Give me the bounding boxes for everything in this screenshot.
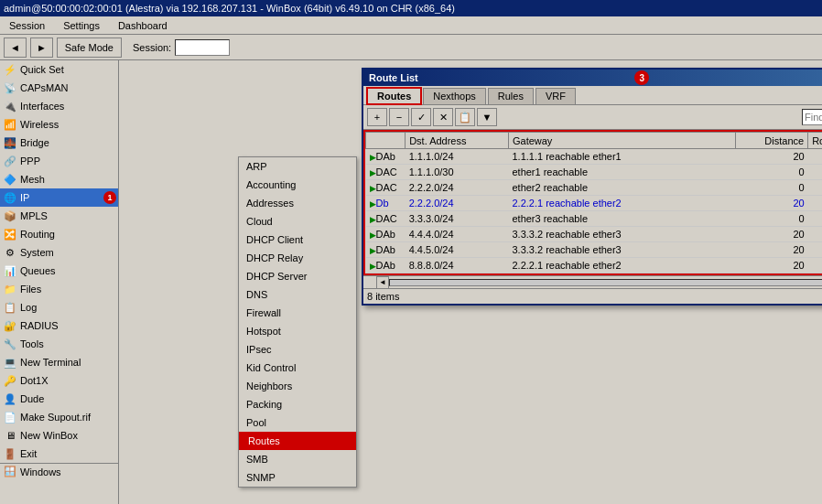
submenu-addresses[interactable]: Addresses <box>239 194 356 212</box>
capsman-icon: 📡 <box>4 81 16 94</box>
add-button[interactable]: + <box>367 108 387 126</box>
sidebar-item-files[interactable]: 📁 Files <box>0 280 118 298</box>
table-row[interactable]: ▶DAC 2.2.2.0/24 ether2 reachable 0 <box>366 180 823 196</box>
col-distance[interactable]: Distance <box>736 133 808 149</box>
sidebar-item-makesupout[interactable]: 📄 Make Supout.rif <box>0 408 118 426</box>
sidebar-item-dot1x[interactable]: 🔑 Dot1X <box>0 371 118 390</box>
menu-dashboard[interactable]: Dashboard <box>113 18 173 33</box>
horizontal-scrollbar[interactable]: ◄ ► <box>363 275 822 288</box>
sidebar-item-mesh[interactable]: 🔷 Mesh <box>0 170 118 188</box>
submenu-smb[interactable]: SMB <box>239 450 356 468</box>
table-row[interactable]: ▶DAb 4.4.4.0/24 3.3.3.2 reachable ether3… <box>366 227 823 242</box>
submenu-dhcpserver[interactable]: DHCP Server <box>239 267 356 285</box>
sidebar-item-interfaces[interactable]: 🔌 Interfaces <box>0 97 118 115</box>
table-row[interactable]: ▶Db 2.2.2.0/24 2.2.2.1 reachable ether2 … <box>366 196 823 211</box>
sidebar-item-windows[interactable]: 🪟 Windows <box>0 463 118 479</box>
cell-type: ▶DAb <box>366 258 406 273</box>
sidebar-label-mesh: Mesh <box>20 174 45 185</box>
col-gateway[interactable]: Gateway <box>508 133 735 149</box>
forward-button[interactable]: ► <box>30 38 53 58</box>
sidebar-item-log[interactable]: 📋 Log <box>0 298 118 316</box>
table-row[interactable]: ▶DAb 4.4.5.0/24 3.3.3.2 reachable ether3… <box>366 242 823 258</box>
sidebar-label-dot1x: Dot1X <box>20 375 49 386</box>
submenu-pool[interactable]: Pool <box>239 413 356 432</box>
scroll-track[interactable] <box>389 279 822 286</box>
sidebar-item-capsman[interactable]: 📡 CAPsMAN <box>0 79 118 97</box>
submenu-snmp[interactable]: SNMP <box>239 468 356 487</box>
system-icon: ⚙ <box>4 246 16 259</box>
sidebar-label-wireless: Wireless <box>20 119 59 130</box>
safe-mode-button[interactable]: Safe Mode <box>57 38 122 58</box>
row-arrow: ▶ <box>370 199 376 209</box>
submenu-arp[interactable]: ARP <box>239 157 356 176</box>
session-input[interactable] <box>175 39 230 56</box>
tab-nexthops[interactable]: Nexthops <box>423 88 485 104</box>
sidebar-item-routing[interactable]: 🔀 Routing <box>0 225 118 243</box>
tab-routes[interactable]: Routes <box>367 88 421 104</box>
table-row[interactable]: ▶DAb 8.8.8.0/24 2.2.2.1 reachable ether2… <box>366 258 823 273</box>
content-area: ARP Accounting Addresses Cloud DHCP Clie… <box>119 60 822 504</box>
sidebar-label-ppp: PPP <box>20 155 40 166</box>
sidebar-item-ppp[interactable]: 🔗 PPP <box>0 152 118 170</box>
enable-button[interactable]: ✓ <box>411 108 431 126</box>
cell-gateway: 2.2.2.1 reachable ether2 <box>508 258 735 273</box>
cell-gateway: ether3 reachable <box>508 211 735 227</box>
sidebar-label-system: System <box>20 247 54 258</box>
remove-button[interactable]: − <box>389 108 409 126</box>
col-routingmark[interactable]: Routing Mark <box>808 133 822 149</box>
cell-dst: 2.2.2.0/24 <box>406 180 509 196</box>
col-dst[interactable]: Dst. Address <box>406 133 509 149</box>
disable-button[interactable]: ✕ <box>433 108 453 126</box>
submenu-neighbors[interactable]: Neighbors <box>239 377 356 395</box>
sidebar-item-newwinbox[interactable]: 🖥 New WinBox <box>0 426 118 445</box>
sidebar-item-newterminal[interactable]: 💻 New Terminal <box>0 353 118 371</box>
submenu-routes[interactable]: Routes <box>239 432 356 450</box>
submenu-cloud[interactable]: Cloud <box>239 212 356 231</box>
sidebar-label-bridge: Bridge <box>20 137 49 148</box>
submenu-dhcpclient[interactable]: DHCP Client <box>239 231 356 249</box>
menu-session[interactable]: Session <box>4 18 50 33</box>
cell-dst: 3.3.3.0/24 <box>406 211 509 227</box>
sidebar-label-ip: IP <box>20 192 29 203</box>
sidebar-label-tools: Tools <box>20 338 44 349</box>
table-row[interactable]: ▶DAC 3.3.3.0/24 ether3 reachable 0 <box>366 211 823 227</box>
tab-rules[interactable]: Rules <box>488 88 534 104</box>
tab-vrf[interactable]: VRF <box>535 88 576 104</box>
col-type[interactable] <box>366 133 406 149</box>
sidebar-item-wireless[interactable]: 📶 Wireless <box>0 115 118 134</box>
row-arrow: ▶ <box>370 168 376 177</box>
copy-button[interactable]: 📋 <box>455 108 475 126</box>
sidebar-item-mpls[interactable]: 📦 MPLS <box>0 207 118 225</box>
cell-routingmark <box>808 165 822 180</box>
submenu-kidcontrol[interactable]: Kid Control <box>239 359 356 377</box>
submenu-dhcprelay[interactable]: DHCP Relay <box>239 249 356 267</box>
submenu-dns[interactable]: DNS <box>239 285 356 304</box>
filter-button[interactable]: ▼ <box>477 108 497 126</box>
sidebar-item-queues[interactable]: 📊 Queues <box>0 262 118 280</box>
cell-gateway: 1.1.1.1 reachable ether1 <box>508 149 735 165</box>
sidebar-item-ip[interactable]: 🌐 IP 1 <box>0 188 118 207</box>
cell-distance: 20 <box>736 149 808 165</box>
sidebar-item-radius[interactable]: 🔐 RADIUS <box>0 316 118 335</box>
route-table-container: Dst. Address Gateway Distance Routing Ma… <box>363 130 822 275</box>
sidebar-item-system[interactable]: ⚙ System <box>0 243 118 262</box>
sidebar-item-bridge[interactable]: 🌉 Bridge <box>0 134 118 152</box>
menu-settings[interactable]: Settings <box>58 18 105 33</box>
sidebar-item-exit[interactable]: 🚪 Exit <box>0 445 118 463</box>
submenu-firewall[interactable]: Firewall <box>239 304 356 322</box>
scroll-left-button[interactable]: ◄ <box>376 276 389 289</box>
submenu-hotspot[interactable]: Hotspot <box>239 322 356 340</box>
submenu-accounting[interactable]: Accounting <box>239 176 356 194</box>
sidebar-item-quickset[interactable]: ⚡ Quick Set <box>0 60 118 79</box>
cell-type: ▶Db <box>366 196 406 211</box>
ip-icon: 🌐 <box>4 191 16 204</box>
sidebar-item-dude[interactable]: 👤 Dude <box>0 390 118 408</box>
find-input[interactable] <box>802 109 822 125</box>
submenu-packing[interactable]: Packing <box>239 395 356 413</box>
table-row[interactable]: ▶DAC 1.1.1.0/30 ether1 reachable 0 <box>366 165 823 180</box>
sidebar-item-tools[interactable]: 🔧 Tools <box>0 335 118 353</box>
table-row[interactable]: ▶DAb 1.1.1.0/24 1.1.1.1 reachable ether1… <box>366 149 823 165</box>
wireless-icon: 📶 <box>4 118 16 131</box>
submenu-ipsec[interactable]: IPsec <box>239 340 356 359</box>
back-button[interactable]: ◄ <box>4 38 27 58</box>
